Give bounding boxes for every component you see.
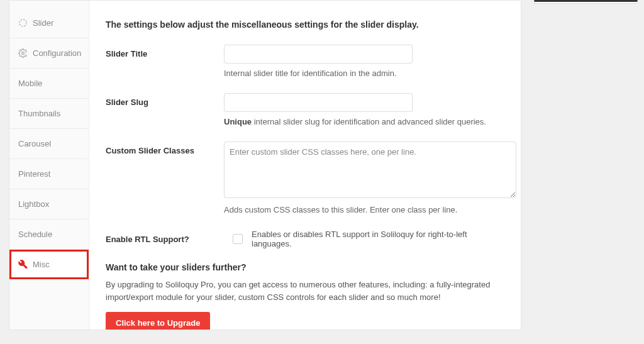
sidebar-item-mobile[interactable]: Mobile: [9, 69, 89, 99]
settings-content: The settings below adjust the miscellane…: [89, 1, 521, 330]
sidebar-widget: [534, 0, 638, 344]
page-heading: The settings below adjust the miscellane…: [106, 19, 504, 30]
custom-classes-help: Adds custom CSS classes to this slider. …: [224, 205, 516, 214]
slider-title-input[interactable]: [224, 45, 413, 64]
slider-slug-input[interactable]: [224, 93, 413, 112]
settings-panel: Slider Configuration Mobile Thumbnails C…: [9, 0, 521, 330]
sidebar-item-schedule[interactable]: Schedule: [9, 219, 89, 250]
sidebar-item-lightbox[interactable]: Lightbox: [9, 189, 89, 219]
sidebar-item-label: Slider: [33, 18, 53, 28]
slider-slug-label: Slider Slug: [106, 93, 224, 107]
custom-classes-textarea[interactable]: [224, 141, 516, 198]
slider-slug-help: Unique internal slider slug for identifi…: [224, 117, 504, 126]
upsell-heading: Want to take your sliders further?: [106, 262, 504, 272]
sidebar-item-thumbnails[interactable]: Thumbnails: [9, 99, 89, 129]
sidebar-item-carousel[interactable]: Carousel: [9, 129, 89, 159]
rtl-label: Enable RTL Support?: [106, 235, 224, 244]
sidebar-item-label: Misc: [33, 260, 50, 269]
sidebar-item-pinterest[interactable]: Pinterest: [9, 159, 89, 189]
sidebar-item-label: Configuration: [33, 48, 81, 58]
upsell-text: By upgrading to Soliloquy Pro, you can g…: [106, 279, 504, 303]
sidebar-item-configuration[interactable]: Configuration: [9, 38, 89, 69]
row-custom-classes: Custom Slider Classes Adds custom CSS cl…: [106, 141, 504, 214]
slider-title-help: Internal slider title for identification…: [224, 69, 504, 78]
rtl-desc: Enables or disables RTL support in Solil…: [252, 230, 504, 248]
row-slider-slug: Slider Slug Unique internal slider slug …: [106, 93, 504, 126]
row-slider-title: Slider Title Internal slider title for i…: [106, 45, 504, 78]
slider-title-label: Slider Title: [106, 45, 224, 58]
svg-point-1: [22, 52, 25, 55]
upgrade-button[interactable]: Click here to Upgrade: [106, 312, 210, 330]
row-rtl: Enable RTL Support? Enables or disables …: [106, 230, 504, 248]
rtl-checkbox[interactable]: [233, 234, 243, 244]
sidebar-item-misc[interactable]: Misc: [9, 250, 89, 279]
gear-icon: [18, 48, 28, 58]
settings-sidebar: Slider Configuration Mobile Thumbnails C…: [9, 1, 89, 330]
svg-point-0: [19, 19, 26, 26]
sidebar-item-label: Mobile: [18, 79, 42, 88]
sidebar-item-slider[interactable]: Slider: [9, 8, 89, 38]
sidebar-item-label: Carousel: [18, 139, 51, 148]
sidebar-item-label: Pinterest: [18, 169, 50, 179]
custom-classes-label: Custom Slider Classes: [106, 141, 224, 155]
wrench-icon: [18, 260, 28, 269]
sidebar-item-label: Schedule: [18, 230, 52, 239]
sidebar-item-label: Lightbox: [18, 199, 49, 209]
slider-icon: [18, 18, 28, 28]
sidebar-item-label: Thumbnails: [18, 109, 60, 118]
